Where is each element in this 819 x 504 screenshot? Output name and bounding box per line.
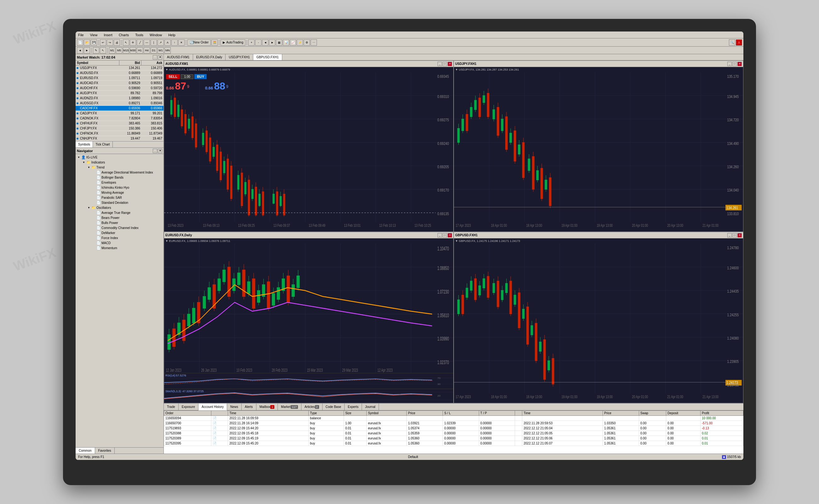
eurusd-body[interactable]: 12 Jan 2023 26 Jan 2023 10 Feb 2023 28 F… xyxy=(164,243,453,373)
mw-row[interactable]: AUDUSD.FX 0.66889 0.66889 xyxy=(76,71,163,76)
nav-tab-favorites[interactable]: Favorites xyxy=(95,448,115,454)
mw-row[interactable]: CADNOK.FX 7.82804 7.83054 xyxy=(76,116,163,121)
tb-undo[interactable]: ↩ xyxy=(100,39,106,46)
tree-momentum[interactable]: 📄 Momentum xyxy=(91,245,163,250)
nav-minimize[interactable]: _ xyxy=(153,149,157,153)
tab-articles[interactable]: Articles 2 xyxy=(301,404,323,410)
menu-insert[interactable]: Insert xyxy=(102,32,114,37)
tab-experts[interactable]: Experts xyxy=(345,404,362,410)
tb-scroll-left[interactable]: ◄ xyxy=(262,39,268,46)
tab-news[interactable]: News xyxy=(227,404,242,410)
tree-trend[interactable]: ▼ 📁 Trend xyxy=(86,165,163,170)
chart-tab-gbpusd[interactable]: GBPUSD.FXH1 xyxy=(253,54,282,60)
tree-indicators[interactable]: ▼ 📁 Indicators xyxy=(81,160,163,165)
menu-view[interactable]: View xyxy=(89,32,99,37)
tb-chart-bar[interactable]: ▦ xyxy=(276,39,282,46)
usdjpy-body[interactable]: 134.261 135.170 134.945 134.720 134.490 … xyxy=(454,72,743,232)
tb2-h1[interactable]: H1 xyxy=(137,47,143,54)
tree-bears[interactable]: 📄 Bears Power xyxy=(91,215,163,220)
tb2-d1[interactable]: D1 xyxy=(151,47,157,54)
tree-macd[interactable]: 📄 MACD xyxy=(91,240,163,245)
usdjpy-min[interactable]: _ xyxy=(727,62,732,66)
eurusd-min[interactable]: _ xyxy=(438,233,442,238)
gbpusd-close[interactable]: ✕ xyxy=(737,233,742,238)
tree-admi[interactable]: 📄 Average Directional Movement Index xyxy=(91,170,163,175)
mw-close[interactable]: ✕ xyxy=(158,55,162,60)
usdjpy-close[interactable]: ✕ xyxy=(737,62,742,66)
mw-row[interactable]: EURUSD.FX 1.09711 1.09719 xyxy=(76,76,163,81)
audusd-max[interactable]: □ xyxy=(443,62,447,66)
tree-sar[interactable]: 📄 Parabolic SAR xyxy=(91,195,163,200)
tb2-back[interactable]: ◄ xyxy=(77,47,83,54)
mw-row[interactable]: CHFHUF.FX 383.465 383.815 xyxy=(76,121,163,126)
tb-open[interactable]: 📂 xyxy=(84,39,90,46)
tb2-w1[interactable]: W1 xyxy=(157,47,164,54)
eurusd-max[interactable]: □ xyxy=(443,233,447,238)
menu-file[interactable]: File xyxy=(77,32,85,37)
tb-chart-line[interactable]: 📈 xyxy=(290,39,296,46)
tb-more[interactable]: ⋯ xyxy=(311,39,317,46)
tab-market[interactable]: Market 117 xyxy=(278,404,301,410)
tree-force[interactable]: 📄 Force Index xyxy=(91,235,163,240)
tab-trade[interactable]: Trade xyxy=(164,404,179,410)
nav-close[interactable]: ✕ xyxy=(158,149,162,153)
tree-demarker[interactable]: 📄 DeMarker xyxy=(91,230,163,235)
sell-button[interactable]: SELL xyxy=(166,74,180,79)
tree-ma[interactable]: 📄 Moving Average xyxy=(91,190,163,195)
tb-print[interactable]: 🖨 xyxy=(114,39,120,46)
mw-row[interactable]: CHFNOK.FX 11.86949 11.87349 xyxy=(76,131,163,136)
tb-trend[interactable]: ↗ xyxy=(157,39,164,46)
tb-redo[interactable]: ↪ xyxy=(107,39,113,46)
buy-button[interactable]: BUY xyxy=(194,74,207,79)
table-row[interactable]: 117520395 📄 2022.12.09 15:45:20 buy 0.01… xyxy=(164,441,743,446)
tb2-cursor2[interactable]: ↖ xyxy=(100,47,106,54)
gbpusd-body[interactable]: 1.24173 1.24780 1.24600 1.24435 1.24255 … xyxy=(454,243,743,403)
menu-window[interactable]: Window xyxy=(148,32,163,37)
mw-tab-symbols[interactable]: Symbols xyxy=(76,141,93,147)
tb2-m30[interactable]: M30 xyxy=(130,47,136,54)
tb-cursor[interactable]: ↖ xyxy=(123,39,129,46)
mw-row[interactable]: CHFJPY.FX 150.386 150.406 xyxy=(76,126,163,131)
tb-save[interactable]: 💾 xyxy=(91,39,97,46)
tb-new[interactable]: 📄 xyxy=(77,39,83,46)
mw-row[interactable]: AUDCAD.FX 0.90529 0.90551 xyxy=(76,81,163,86)
tree-env[interactable]: 📄 Envelopes xyxy=(91,180,163,185)
tree-bulls[interactable]: 📄 Bulls Power xyxy=(91,220,163,225)
tab-mailbox[interactable]: Mailbox 1 xyxy=(256,404,278,410)
tab-codebase[interactable]: Code Base xyxy=(323,404,345,410)
tb-chart-candle[interactable]: 📊 xyxy=(283,39,289,46)
mw-row[interactable]: CADJPY.FX 99.171 99.201 xyxy=(76,111,163,116)
tb-alert[interactable]: ⚠ xyxy=(736,39,742,46)
tb-arrow[interactable]: ↑ xyxy=(171,39,178,46)
mw-tab-tick[interactable]: Tick Chart xyxy=(93,141,112,147)
mw-row[interactable]: AUDCHF.FX 0.59690 0.59720 xyxy=(76,86,163,91)
tb2-pen[interactable]: ✎ xyxy=(93,47,99,54)
mw-row[interactable]: AUDJPY.FX 89.782 89.798 xyxy=(76,91,163,96)
table-row[interactable]: 117520389 📄 2022.12.09 15:45:19 buy 0.01… xyxy=(164,436,743,441)
audusd-close[interactable]: ✕ xyxy=(448,62,452,66)
tree-ig-live[interactable]: ▼ 👤 IG-LIVE xyxy=(76,155,163,160)
tb2-h4[interactable]: H4 xyxy=(144,47,150,54)
tab-alerts[interactable]: Alerts xyxy=(242,404,256,410)
usdjpy-max[interactable]: □ xyxy=(732,62,737,66)
table-row[interactable]: 116650700 📄 2022.11.28 16:14:09 buy 1.00… xyxy=(164,421,743,426)
tab-journal[interactable]: Journal xyxy=(362,404,379,410)
tb-zoom-out[interactable]: - xyxy=(255,39,261,46)
mw-row[interactable]: CADCHF.FX 0.65936 0.65966 xyxy=(76,106,163,111)
tb-search[interactable]: 🔍 xyxy=(729,39,735,46)
tb2-m1[interactable]: M1 xyxy=(109,47,115,54)
autotrading-button[interactable]: ▶ AutoTrading xyxy=(221,39,245,46)
mw-row[interactable]: CNHJPY.FX 19.447 19.467 xyxy=(76,136,163,141)
tree-stddev[interactable]: 📄 Standard Deviation xyxy=(91,200,163,205)
tb-line[interactable]: ╱ xyxy=(137,39,143,46)
mw-row[interactable]: AUDSGD.FX 0.89271 0.89346 xyxy=(76,101,163,106)
tb-scroll-right[interactable]: ► xyxy=(269,39,275,46)
table-row[interactable]: 117519893 📄 2022.12.09 15:44:20 buy 0.01… xyxy=(164,426,743,431)
tab-exposure[interactable]: Exposure xyxy=(179,404,198,410)
chart-tab-eurusd[interactable]: EURUSD.FX.Daily xyxy=(193,54,226,60)
menu-charts[interactable]: Charts xyxy=(117,32,130,37)
tb-crosshair[interactable]: ✛ xyxy=(130,39,136,46)
tb2-m5[interactable]: M5 xyxy=(116,47,122,54)
tb-vline[interactable]: | xyxy=(151,39,157,46)
mw-row[interactable]: AUDNZD.FX 1.08980 1.09016 xyxy=(76,96,163,101)
